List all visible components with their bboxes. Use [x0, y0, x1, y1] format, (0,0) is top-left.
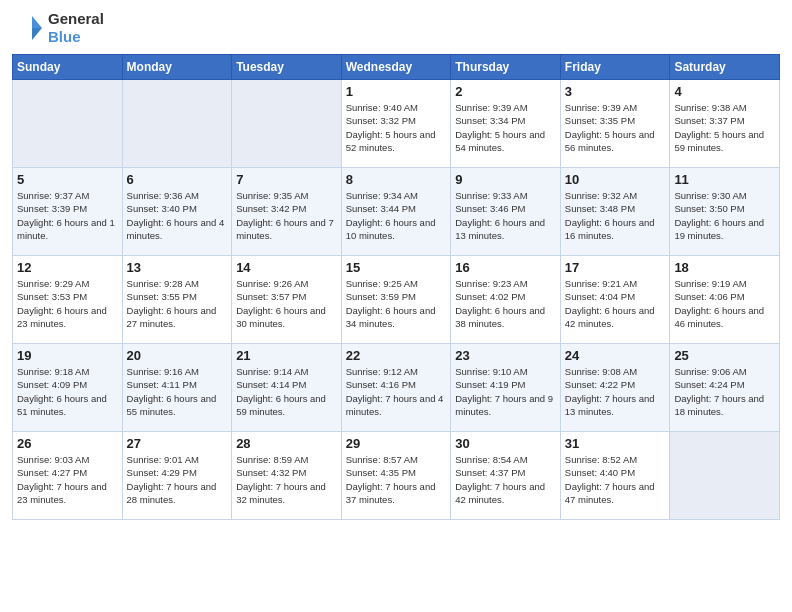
- calendar-cell: 10Sunrise: 9:32 AM Sunset: 3:48 PM Dayli…: [560, 168, 670, 256]
- day-info: Sunrise: 9:16 AM Sunset: 4:11 PM Dayligh…: [127, 365, 228, 418]
- day-number: 19: [17, 348, 118, 363]
- calendar-cell: 6Sunrise: 9:36 AM Sunset: 3:40 PM Daylig…: [122, 168, 232, 256]
- day-info: Sunrise: 9:26 AM Sunset: 3:57 PM Dayligh…: [236, 277, 337, 330]
- day-number: 28: [236, 436, 337, 451]
- calendar-cell: 27Sunrise: 9:01 AM Sunset: 4:29 PM Dayli…: [122, 432, 232, 520]
- day-number: 5: [17, 172, 118, 187]
- day-number: 12: [17, 260, 118, 275]
- day-info: Sunrise: 9:35 AM Sunset: 3:42 PM Dayligh…: [236, 189, 337, 242]
- day-info: Sunrise: 8:52 AM Sunset: 4:40 PM Dayligh…: [565, 453, 666, 506]
- calendar-cell: 19Sunrise: 9:18 AM Sunset: 4:09 PM Dayli…: [13, 344, 123, 432]
- day-number: 14: [236, 260, 337, 275]
- day-number: 16: [455, 260, 556, 275]
- calendar-week-row: 26Sunrise: 9:03 AM Sunset: 4:27 PM Dayli…: [13, 432, 780, 520]
- calendar-cell: [122, 80, 232, 168]
- day-info: Sunrise: 9:30 AM Sunset: 3:50 PM Dayligh…: [674, 189, 775, 242]
- calendar-cell: 7Sunrise: 9:35 AM Sunset: 3:42 PM Daylig…: [232, 168, 342, 256]
- day-number: 10: [565, 172, 666, 187]
- day-info: Sunrise: 9:18 AM Sunset: 4:09 PM Dayligh…: [17, 365, 118, 418]
- day-number: 6: [127, 172, 228, 187]
- calendar-cell: 9Sunrise: 9:33 AM Sunset: 3:46 PM Daylig…: [451, 168, 561, 256]
- day-info: Sunrise: 8:59 AM Sunset: 4:32 PM Dayligh…: [236, 453, 337, 506]
- calendar-cell: 11Sunrise: 9:30 AM Sunset: 3:50 PM Dayli…: [670, 168, 780, 256]
- calendar-cell: 18Sunrise: 9:19 AM Sunset: 4:06 PM Dayli…: [670, 256, 780, 344]
- weekday-header-monday: Monday: [122, 55, 232, 80]
- page: General Blue SundayMondayTuesdayWednesda…: [0, 0, 792, 612]
- calendar-cell: 25Sunrise: 9:06 AM Sunset: 4:24 PM Dayli…: [670, 344, 780, 432]
- calendar-week-row: 19Sunrise: 9:18 AM Sunset: 4:09 PM Dayli…: [13, 344, 780, 432]
- day-number: 9: [455, 172, 556, 187]
- day-info: Sunrise: 9:39 AM Sunset: 3:34 PM Dayligh…: [455, 101, 556, 154]
- day-info: Sunrise: 9:36 AM Sunset: 3:40 PM Dayligh…: [127, 189, 228, 242]
- header: General Blue: [12, 10, 780, 46]
- day-info: Sunrise: 8:57 AM Sunset: 4:35 PM Dayligh…: [346, 453, 447, 506]
- weekday-header-friday: Friday: [560, 55, 670, 80]
- day-info: Sunrise: 9:01 AM Sunset: 4:29 PM Dayligh…: [127, 453, 228, 506]
- calendar-cell: [13, 80, 123, 168]
- calendar-header-row: SundayMondayTuesdayWednesdayThursdayFrid…: [13, 55, 780, 80]
- calendar-cell: [232, 80, 342, 168]
- calendar-week-row: 12Sunrise: 9:29 AM Sunset: 3:53 PM Dayli…: [13, 256, 780, 344]
- weekday-header-saturday: Saturday: [670, 55, 780, 80]
- calendar-cell: [670, 432, 780, 520]
- day-number: 21: [236, 348, 337, 363]
- day-info: Sunrise: 9:03 AM Sunset: 4:27 PM Dayligh…: [17, 453, 118, 506]
- weekday-header-sunday: Sunday: [13, 55, 123, 80]
- calendar-week-row: 1Sunrise: 9:40 AM Sunset: 3:32 PM Daylig…: [13, 80, 780, 168]
- calendar-cell: 5Sunrise: 9:37 AM Sunset: 3:39 PM Daylig…: [13, 168, 123, 256]
- calendar-cell: 21Sunrise: 9:14 AM Sunset: 4:14 PM Dayli…: [232, 344, 342, 432]
- day-number: 20: [127, 348, 228, 363]
- day-number: 23: [455, 348, 556, 363]
- day-info: Sunrise: 9:33 AM Sunset: 3:46 PM Dayligh…: [455, 189, 556, 242]
- day-number: 25: [674, 348, 775, 363]
- svg-rect-0: [12, 12, 32, 44]
- calendar-cell: 23Sunrise: 9:10 AM Sunset: 4:19 PM Dayli…: [451, 344, 561, 432]
- day-number: 8: [346, 172, 447, 187]
- day-info: Sunrise: 9:39 AM Sunset: 3:35 PM Dayligh…: [565, 101, 666, 154]
- day-number: 7: [236, 172, 337, 187]
- calendar-table: SundayMondayTuesdayWednesdayThursdayFrid…: [12, 54, 780, 520]
- calendar-cell: 2Sunrise: 9:39 AM Sunset: 3:34 PM Daylig…: [451, 80, 561, 168]
- logo-blue-text: Blue: [48, 28, 104, 46]
- day-info: Sunrise: 9:40 AM Sunset: 3:32 PM Dayligh…: [346, 101, 447, 154]
- day-info: Sunrise: 9:08 AM Sunset: 4:22 PM Dayligh…: [565, 365, 666, 418]
- calendar-cell: 24Sunrise: 9:08 AM Sunset: 4:22 PM Dayli…: [560, 344, 670, 432]
- weekday-header-wednesday: Wednesday: [341, 55, 451, 80]
- day-number: 30: [455, 436, 556, 451]
- generalblue-logo-icon: [12, 12, 44, 44]
- day-info: Sunrise: 9:37 AM Sunset: 3:39 PM Dayligh…: [17, 189, 118, 242]
- calendar-cell: 3Sunrise: 9:39 AM Sunset: 3:35 PM Daylig…: [560, 80, 670, 168]
- day-number: 18: [674, 260, 775, 275]
- calendar-cell: 12Sunrise: 9:29 AM Sunset: 3:53 PM Dayli…: [13, 256, 123, 344]
- day-number: 4: [674, 84, 775, 99]
- day-info: Sunrise: 9:38 AM Sunset: 3:37 PM Dayligh…: [674, 101, 775, 154]
- calendar-cell: 1Sunrise: 9:40 AM Sunset: 3:32 PM Daylig…: [341, 80, 451, 168]
- day-info: Sunrise: 8:54 AM Sunset: 4:37 PM Dayligh…: [455, 453, 556, 506]
- day-info: Sunrise: 9:29 AM Sunset: 3:53 PM Dayligh…: [17, 277, 118, 330]
- day-info: Sunrise: 9:34 AM Sunset: 3:44 PM Dayligh…: [346, 189, 447, 242]
- day-info: Sunrise: 9:12 AM Sunset: 4:16 PM Dayligh…: [346, 365, 447, 418]
- calendar-cell: 14Sunrise: 9:26 AM Sunset: 3:57 PM Dayli…: [232, 256, 342, 344]
- day-info: Sunrise: 9:32 AM Sunset: 3:48 PM Dayligh…: [565, 189, 666, 242]
- day-number: 22: [346, 348, 447, 363]
- weekday-header-tuesday: Tuesday: [232, 55, 342, 80]
- day-number: 11: [674, 172, 775, 187]
- day-number: 15: [346, 260, 447, 275]
- calendar-cell: 28Sunrise: 8:59 AM Sunset: 4:32 PM Dayli…: [232, 432, 342, 520]
- day-info: Sunrise: 9:14 AM Sunset: 4:14 PM Dayligh…: [236, 365, 337, 418]
- day-info: Sunrise: 9:06 AM Sunset: 4:24 PM Dayligh…: [674, 365, 775, 418]
- day-info: Sunrise: 9:10 AM Sunset: 4:19 PM Dayligh…: [455, 365, 556, 418]
- day-info: Sunrise: 9:21 AM Sunset: 4:04 PM Dayligh…: [565, 277, 666, 330]
- day-number: 2: [455, 84, 556, 99]
- day-number: 24: [565, 348, 666, 363]
- calendar-cell: 13Sunrise: 9:28 AM Sunset: 3:55 PM Dayli…: [122, 256, 232, 344]
- weekday-header-thursday: Thursday: [451, 55, 561, 80]
- day-number: 17: [565, 260, 666, 275]
- calendar-cell: 22Sunrise: 9:12 AM Sunset: 4:16 PM Dayli…: [341, 344, 451, 432]
- day-info: Sunrise: 9:28 AM Sunset: 3:55 PM Dayligh…: [127, 277, 228, 330]
- calendar-cell: 17Sunrise: 9:21 AM Sunset: 4:04 PM Dayli…: [560, 256, 670, 344]
- logo: General Blue: [12, 10, 104, 46]
- day-info: Sunrise: 9:25 AM Sunset: 3:59 PM Dayligh…: [346, 277, 447, 330]
- day-info: Sunrise: 9:19 AM Sunset: 4:06 PM Dayligh…: [674, 277, 775, 330]
- calendar-cell: 8Sunrise: 9:34 AM Sunset: 3:44 PM Daylig…: [341, 168, 451, 256]
